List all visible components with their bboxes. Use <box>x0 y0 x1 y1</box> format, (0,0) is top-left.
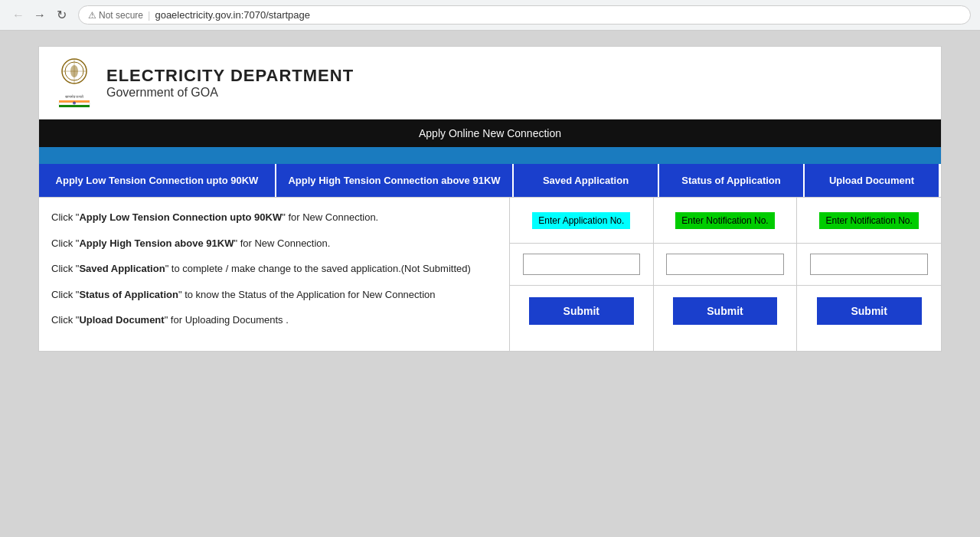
svg-text:सत्यमेव जयते: सत्यमेव जयते <box>64 94 83 99</box>
svg-rect-8 <box>59 105 90 107</box>
content-area: Click "Apply Low Tension Connection upto… <box>39 198 941 351</box>
low-tension-button[interactable]: Apply Low Tension Connection upto 90KW <box>39 164 276 197</box>
dept-title: ELECTRICITY DEPARTMENT <box>106 66 354 86</box>
status-submit-button[interactable]: Submit <box>673 297 778 325</box>
upload-submit-row: Submit <box>797 286 941 336</box>
info-bold-1: Apply Low Tension Connection upto 90KW <box>79 211 282 223</box>
upload-label-row: Enter Notification No. <box>797 198 941 244</box>
page-header: सत्यमेव जयते ELECTRICITY DEPARTMENT Gove… <box>39 47 941 120</box>
warning-icon: ⚠ <box>88 10 96 21</box>
info-item-3: Click "Saved Application" to complete / … <box>51 261 497 277</box>
info-item-5: Click "Upload Document" for Uploading Do… <box>51 313 497 328</box>
page-wrapper: सत्यमेव जयते ELECTRICITY DEPARTMENT Gove… <box>0 31 980 367</box>
back-button[interactable]: ← <box>9 6 28 25</box>
upload-notification-input[interactable] <box>810 254 929 275</box>
status-application-form: Enter Notification No. Submit <box>654 198 798 351</box>
saved-submit-row: Submit <box>510 286 653 336</box>
info-bold-3: Saved Application <box>79 263 165 274</box>
saved-application-form: Enter Application No. Submit <box>510 198 654 351</box>
info-item-1: Click "Apply Low Tension Connection upto… <box>51 210 497 225</box>
dept-subtitle: Government of GOA <box>106 86 354 100</box>
govt-emblem: सत्यमेव जयते <box>51 56 97 110</box>
url-separator: | <box>148 9 150 21</box>
nav-bar: Apply Online New Connection <box>39 120 941 147</box>
upload-app-label: Enter Notification No. <box>819 212 918 229</box>
blue-bar <box>39 147 941 164</box>
buttons-row: Apply Low Tension Connection upto 90KW A… <box>39 164 941 198</box>
right-panel: Enter Application No. Submit Enter Notif… <box>510 198 941 351</box>
svg-point-9 <box>73 102 76 105</box>
status-app-label: Enter Notification No. <box>675 212 774 229</box>
info-item-4: Click "Status of Application" to know th… <box>51 287 497 303</box>
status-notification-input[interactable] <box>666 254 784 275</box>
left-panel: Click "Apply Low Tension Connection upto… <box>39 198 510 351</box>
info-bold-4: Status of Application <box>79 289 178 300</box>
logo-area: सत्यमेव जयते ELECTRICITY DEPARTMENT Gove… <box>51 56 354 110</box>
upload-document-form: Enter Notification No. Submit <box>797 198 941 351</box>
main-container: सत्यमेव जयते ELECTRICITY DEPARTMENT Gove… <box>38 46 942 352</box>
saved-input-row <box>510 244 653 286</box>
high-tension-button[interactable]: Apply High Tension Connection above 91KW <box>276 164 514 197</box>
saved-application-input[interactable] <box>523 254 641 275</box>
status-label-row: Enter Notification No. <box>654 198 797 244</box>
saved-app-label: Enter Application No. <box>532 212 630 229</box>
saved-application-button[interactable]: Saved Application <box>514 164 659 197</box>
info-bold-5: Upload Document <box>79 314 164 326</box>
upload-document-button[interactable]: Upload Document <box>805 164 939 197</box>
dept-name: ELECTRICITY DEPARTMENT Government of GOA <box>106 66 354 100</box>
info-bold-2: Apply High Tension above 91KW <box>79 237 234 249</box>
url-display: goaelectricity.gov.in:7070/startpage <box>155 9 310 21</box>
reload-button[interactable]: ↻ <box>52 6 70 25</box>
info-item-2: Click "Apply High Tension above 91KW" fo… <box>51 236 497 251</box>
saved-label-row: Enter Application No. <box>510 198 653 244</box>
forward-button[interactable]: → <box>31 6 49 25</box>
status-input-row <box>654 244 797 286</box>
nav-buttons: ← → ↻ <box>9 6 70 25</box>
browser-chrome: ← → ↻ ⚠ Not secure | goaelectricity.gov.… <box>0 0 980 31</box>
saved-submit-button[interactable]: Submit <box>529 297 634 325</box>
upload-input-row <box>797 244 941 286</box>
address-bar[interactable]: ⚠ Not secure | goaelectricity.gov.in:707… <box>78 5 971 25</box>
nav-title: Apply Online New Connection <box>419 127 561 139</box>
status-submit-row: Submit <box>654 286 797 336</box>
status-application-button[interactable]: Status of Application <box>659 164 805 197</box>
upload-submit-button[interactable]: Submit <box>817 297 922 325</box>
not-secure-indicator: ⚠ Not secure <box>88 10 143 21</box>
